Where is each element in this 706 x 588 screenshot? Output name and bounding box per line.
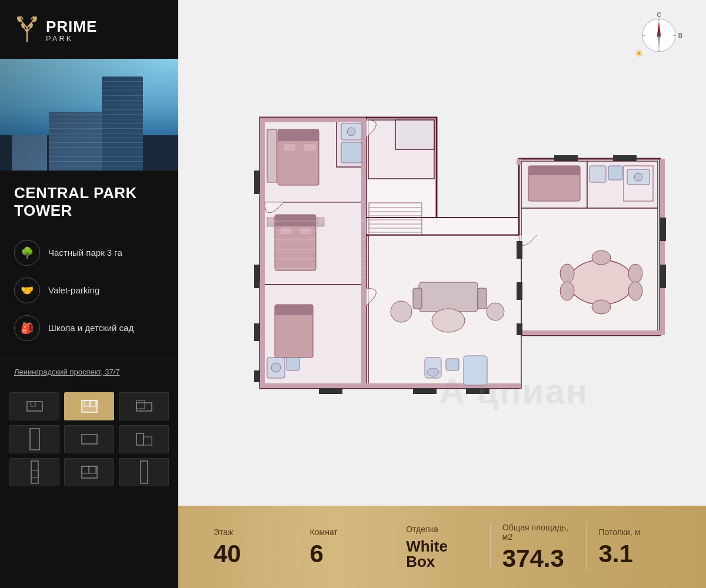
sidebar: PRIME PARK CENTRAL PARK TOWER 🌳 Частный …: [0, 0, 178, 588]
svg-rect-42: [395, 120, 434, 149]
svg-rect-102: [590, 166, 606, 182]
svg-rect-56: [284, 144, 295, 151]
svg-point-95: [487, 303, 504, 320]
feature-park-text: Частный парк 3 га: [48, 248, 122, 258]
svg-point-107: [569, 260, 634, 305]
svg-rect-60: [275, 215, 316, 226]
svg-point-108: [592, 250, 611, 265]
stat-area-value: 374.3: [502, 546, 564, 571]
stat-area-label: Общая площадь, м2: [502, 523, 575, 542]
svg-rect-53: [517, 330, 665, 335]
fp-thumb-2[interactable]: [64, 392, 114, 420]
svg-rect-13: [136, 433, 144, 445]
fp-thumb-4[interactable]: [9, 425, 59, 453]
svg-point-110: [560, 264, 574, 283]
svg-point-113: [628, 282, 642, 300]
svg-rect-17: [82, 466, 97, 478]
building-image: [0, 59, 178, 171]
address-label: Ленинградский проспект, 37/7: [14, 368, 120, 376]
svg-point-80: [347, 128, 355, 136]
svg-rect-19: [89, 466, 96, 473]
svg-point-94: [391, 301, 412, 322]
svg-rect-57: [304, 144, 316, 151]
svg-point-115: [427, 368, 439, 376]
fp-thumb-9[interactable]: [119, 458, 169, 486]
svg-rect-127: [517, 323, 522, 335]
svg-rect-18: [82, 466, 89, 473]
fp-thumb-7[interactable]: [9, 458, 59, 486]
svg-rect-47: [260, 118, 265, 388]
feature-valet: 🤝 Valet-parking: [14, 272, 164, 309]
feature-school-text: Школа и детский сад: [48, 323, 134, 333]
stat-rooms-label: Комнат: [310, 527, 338, 537]
svg-rect-126: [517, 282, 522, 300]
stat-finish-label: Отделка: [406, 524, 438, 534]
svg-rect-16: [31, 470, 38, 477]
logo-prime-label: PRIME: [46, 19, 97, 34]
svg-rect-14: [144, 437, 152, 445]
stat-rooms: Комнат 6: [298, 527, 395, 566]
stat-finish: Отделка White Box: [394, 524, 491, 569]
svg-rect-120: [254, 323, 260, 341]
feature-valet-text: Valet-parking: [48, 285, 99, 295]
fp-thumb-5[interactable]: [64, 425, 114, 453]
svg-rect-9: [136, 403, 152, 411]
feature-school: 🎒 Школа и детский сад: [14, 309, 164, 347]
svg-rect-122: [319, 388, 342, 394]
main-content: С В ☀: [178, 0, 706, 588]
svg-rect-91: [413, 288, 422, 309]
svg-rect-130: [554, 155, 578, 161]
stat-finish-value: White Box: [406, 539, 478, 569]
floor-plans-area: [0, 384, 178, 588]
stats-bar: Этаж 40 Комнат 6 Отделка White Box Общая…: [178, 506, 706, 588]
stat-floor-label: Этаж: [214, 527, 233, 537]
fp-thumb-8[interactable]: [64, 458, 114, 486]
svg-point-106: [634, 173, 642, 181]
logo-area: PRIME PARK: [0, 0, 178, 59]
stat-area: Общая площадь, м2 374.3: [491, 523, 587, 571]
svg-point-24: [657, 34, 661, 37]
svg-rect-58: [267, 129, 277, 182]
svg-rect-131: [613, 155, 637, 161]
svg-point-93: [432, 309, 465, 332]
svg-rect-101: [528, 166, 580, 175]
svg-rect-62: [300, 228, 311, 234]
school-icon: 🎒: [14, 315, 40, 341]
features-area: 🌳 Частный парк 3 га 🤝 Valet-parking 🎒 Шк…: [0, 229, 178, 359]
svg-rect-116: [446, 359, 459, 370]
floor-plans-grid: [9, 392, 169, 486]
logo-text: PRIME PARK: [46, 19, 97, 42]
svg-rect-92: [478, 288, 487, 309]
logo-park-label: PARK: [46, 35, 97, 42]
stat-ceiling-value: 3.1: [598, 542, 632, 566]
svg-rect-11: [30, 429, 39, 450]
stat-ceiling-label: Потолки, м: [598, 527, 640, 537]
stat-ceiling: Потолки, м 3.1: [587, 527, 682, 566]
svg-rect-81: [341, 142, 362, 163]
fp-thumb-6[interactable]: [119, 425, 169, 453]
svg-rect-118: [254, 171, 260, 194]
address-area: Ленинградский проспект, 37/7: [0, 359, 178, 384]
fp-thumb-1[interactable]: [9, 392, 59, 420]
svg-rect-75: [275, 305, 313, 315]
svg-rect-119: [254, 265, 260, 288]
property-title: CENTRAL PARK TOWER: [14, 185, 164, 220]
park-icon: 🌳: [14, 240, 40, 266]
svg-rect-12: [82, 435, 97, 444]
compass: С В ☀: [635, 12, 682, 59]
svg-rect-129: [660, 265, 666, 288]
floorplan-area: С В ☀: [178, 0, 706, 506]
fp-thumb-3[interactable]: [119, 392, 169, 420]
svg-rect-61: [281, 228, 291, 234]
svg-rect-20: [141, 461, 148, 483]
svg-point-77: [271, 363, 281, 372]
stat-floor: Этаж 40: [202, 527, 298, 566]
stat-floor-value: 40: [214, 542, 241, 566]
svg-rect-10: [136, 400, 145, 409]
svg-rect-63: [267, 218, 274, 226]
svg-rect-55: [278, 129, 319, 141]
svg-point-111: [560, 282, 574, 300]
logo-icon: [14, 16, 40, 45]
svg-rect-123: [413, 388, 437, 394]
feature-park: 🌳 Частный парк 3 га: [14, 234, 164, 272]
